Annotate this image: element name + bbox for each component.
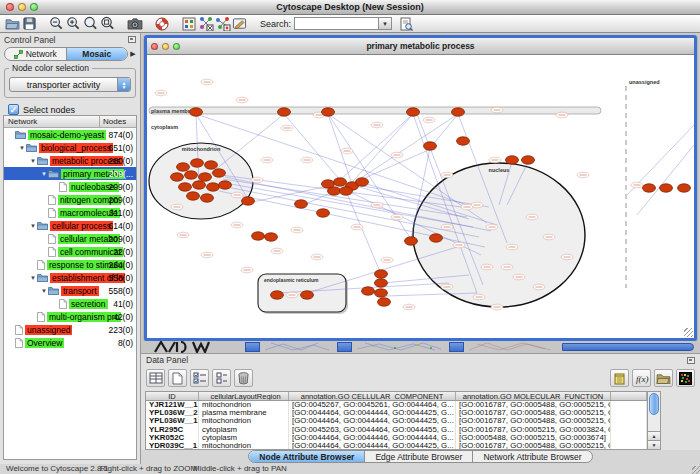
float-panel-icon[interactable] (687, 357, 695, 364)
network-node[interactable] (191, 159, 204, 167)
zoom-out-icon[interactable] (48, 16, 65, 31)
network-node[interactable] (424, 142, 437, 150)
tab-node-attribute-browser[interactable]: Node Attribute Browser (249, 451, 365, 462)
network-node[interactable] (271, 291, 284, 299)
matrix-view-icon[interactable] (676, 369, 695, 387)
network-node[interactable] (199, 173, 212, 181)
network-node[interactable] (185, 171, 198, 179)
table-row[interactable]: YDR039C__1mitochondrion[GO:0044464, GO:0… (146, 442, 647, 449)
network-window[interactable]: primary metabolic process plasma membran… (144, 35, 697, 341)
network-node[interactable] (356, 178, 369, 186)
table-row[interactable]: YLR295Ccytoplasm[GO:0045263, GO:0044464,… (146, 426, 647, 434)
network-node[interactable] (193, 181, 206, 189)
layout-b-icon[interactable] (214, 16, 231, 31)
tree-row[interactable]: secretion41(0) (4, 297, 136, 310)
network-node[interactable] (452, 108, 465, 116)
network-node[interactable] (678, 184, 691, 192)
network-canvas[interactable]: plasma membranecytoplasmmitochondrionnuc… (147, 55, 694, 338)
tree-row[interactable]: mosaic-demo-yeast874(0) (4, 128, 136, 141)
select-nodes-checkbox[interactable]: ✓ (8, 104, 19, 115)
network-minimize-button[interactable] (162, 43, 169, 50)
tree-row[interactable]: ▼establishment of lo558(0) (4, 271, 136, 284)
function-builder-icon[interactable]: f(x) (632, 369, 651, 387)
column-header[interactable]: annotation.GO MOLECULAR_FUNCTION (456, 392, 611, 400)
tree-row[interactable]: multi-organism pro42(0) (4, 310, 136, 323)
network-node[interactable] (334, 178, 347, 186)
table-row[interactable]: YJR121W__1mitochondrion[GO:0045267, GO:0… (146, 401, 647, 409)
network-node[interactable] (207, 183, 220, 191)
table-scrollbar[interactable]: ▲ ▼ (647, 392, 660, 449)
network-node[interactable] (362, 287, 375, 295)
network-node[interactable] (375, 270, 388, 278)
scrollbar-thumb[interactable] (649, 393, 659, 415)
network-node[interactable] (219, 181, 232, 189)
snapshot-icon[interactable] (126, 16, 143, 31)
network-node[interactable] (407, 108, 420, 116)
network-node[interactable] (378, 298, 391, 306)
window-fragment[interactable] (245, 342, 260, 352)
tree-column-nodes[interactable]: Nodes (100, 116, 136, 127)
expander-icon[interactable]: ▼ (18, 145, 26, 151)
tree-row[interactable]: ▼transport558(0) (4, 284, 136, 297)
expander-icon[interactable]: ▼ (29, 223, 37, 229)
tree-row[interactable]: ▼cellular process614(0) (4, 219, 136, 232)
zoom-button[interactable] (30, 3, 38, 11)
tab-network-attribute-browser[interactable]: Network Attribute Browser (473, 451, 591, 462)
network-node[interactable] (205, 161, 218, 169)
network-node[interactable] (375, 279, 388, 287)
close-button[interactable] (6, 3, 14, 11)
network-node[interactable] (506, 156, 519, 164)
tree-row[interactable]: ▼biological_process651(0) (4, 141, 136, 154)
network-node[interactable] (322, 108, 335, 116)
tree-row[interactable]: unassigned223(0) (4, 323, 136, 336)
network-node[interactable] (522, 156, 535, 164)
network-node[interactable] (252, 232, 265, 240)
tree-row[interactable]: cell communicat22(0) (4, 245, 136, 258)
network-node[interactable] (295, 200, 308, 208)
column-header[interactable]: annotation.GO CELLULAR_COMPONENT (289, 392, 456, 400)
window-fragment[interactable] (337, 342, 352, 352)
network-node[interactable] (340, 187, 353, 195)
network-node[interactable] (405, 237, 418, 245)
tree-row[interactable]: Overview8(0) (4, 336, 136, 349)
network-window-titlebar[interactable]: primary metabolic process (147, 38, 694, 55)
tree-row[interactable]: nucleobase-209(0) (4, 180, 136, 193)
expander-icon[interactable]: ▼ (40, 288, 48, 294)
scroll-down-button[interactable]: ▼ (648, 440, 660, 449)
table-row[interactable]: YKR052Ccytoplasm[GO:0044464, GO:0044446,… (146, 434, 647, 442)
tree-row[interactable]: ▼primary metabo209(... (4, 167, 136, 180)
new-attribute-icon[interactable] (212, 369, 231, 387)
network-node[interactable] (643, 184, 656, 192)
search-dropdown-arrow[interactable]: ▼ (378, 17, 392, 30)
tab-network[interactable]: Network (5, 48, 67, 60)
tab-overflow-arrow[interactable]: ▶ (128, 50, 138, 58)
select-all-attributes-icon[interactable] (146, 369, 165, 387)
advanced-search-icon[interactable] (398, 16, 415, 31)
import-attributes-icon[interactable] (654, 369, 673, 387)
tree-row[interactable]: ▼metabolic process280(0) (4, 154, 136, 167)
window-fragment[interactable] (449, 342, 464, 352)
network-node[interactable] (317, 209, 330, 217)
column-header[interactable]: ID (146, 392, 199, 400)
save-icon[interactable] (21, 16, 38, 31)
tree-row[interactable]: macromolecule311(0) (4, 206, 136, 219)
window-resize-grip[interactable] (684, 328, 693, 337)
app-resize-grip[interactable] (692, 466, 700, 474)
tab-mosaic[interactable]: Mosaic (67, 48, 128, 60)
network-node[interactable] (187, 192, 200, 200)
network-node[interactable] (457, 137, 470, 145)
network-zoom-button[interactable] (173, 43, 180, 50)
zoom-fit-selected-icon[interactable] (99, 16, 116, 31)
network-node[interactable] (375, 289, 388, 297)
float-panel-icon[interactable] (128, 36, 136, 43)
network-node[interactable] (265, 233, 278, 241)
delete-attribute-icon[interactable] (234, 369, 253, 387)
network-node[interactable] (430, 234, 443, 242)
minimize-button[interactable] (18, 3, 26, 11)
network-close-button[interactable] (151, 43, 158, 50)
search-input[interactable] (294, 17, 378, 30)
zoom-actual-icon[interactable] (82, 16, 99, 31)
tree-column-network[interactable]: Network (4, 116, 100, 127)
network-node[interactable] (190, 108, 203, 116)
select-attributes-icon[interactable] (190, 369, 209, 387)
